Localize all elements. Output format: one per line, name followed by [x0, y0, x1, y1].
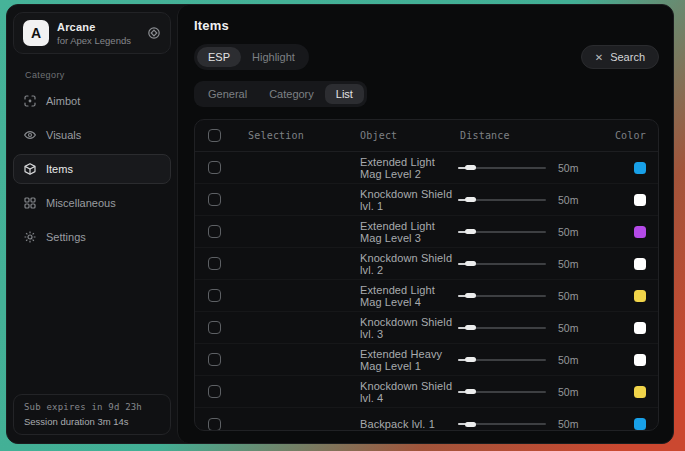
mode-tab-esp[interactable]: ESP — [197, 47, 241, 67]
row-checkbox[interactable] — [208, 161, 221, 174]
color-swatch[interactable] — [634, 418, 646, 430]
brand-card: A Arcane for Apex Legends — [13, 12, 171, 54]
table-row: Extended Light Mag Level 3 50m — [195, 216, 658, 248]
column-header-object: Object — [360, 130, 458, 141]
distance-value: 50m — [558, 162, 578, 174]
color-swatch[interactable] — [634, 194, 646, 206]
column-header-color: Color — [615, 130, 646, 141]
slider-thumb[interactable] — [465, 357, 476, 362]
row-checkbox[interactable] — [208, 353, 221, 366]
controls-row: ESPHighlight ✕ Search — [194, 44, 659, 70]
sidebar-item-label: Items — [46, 163, 73, 175]
table-row: Knockdown Shield lvl. 2 50m — [195, 248, 658, 280]
sidebar-spacer — [12, 254, 172, 394]
slider-thumb[interactable] — [465, 325, 476, 330]
slider-thumb[interactable] — [465, 197, 476, 202]
color-swatch[interactable] — [634, 354, 646, 366]
object-name: Knockdown Shield lvl. 1 — [360, 188, 458, 212]
sidebar-item-miscellaneous[interactable]: Miscellaneous — [13, 188, 171, 218]
sidebar-item-label: Settings — [46, 231, 86, 243]
column-header-selection: Selection — [248, 130, 360, 141]
view-tab-group: GeneralCategoryList — [194, 81, 367, 107]
row-checkbox[interactable] — [208, 321, 221, 334]
mode-tab-group: ESPHighlight — [194, 44, 309, 70]
search-button[interactable]: ✕ Search — [581, 45, 659, 69]
sidebar-item-visuals[interactable]: Visuals — [13, 120, 171, 150]
distance-slider[interactable] — [458, 355, 546, 365]
object-name: Extended Heavy Mag Level 1 — [360, 348, 458, 372]
brand-logo: A — [23, 20, 49, 46]
sidebar-nav: Aimbot Visuals Items Miscellaneous Setti… — [12, 84, 172, 254]
package-icon — [23, 162, 37, 176]
color-swatch[interactable] — [634, 162, 646, 174]
sidebar-item-settings[interactable]: Settings — [13, 222, 171, 252]
distance-value: 50m — [558, 226, 578, 238]
items-table: Selection Object Distance Color Extended… — [194, 119, 659, 431]
table-row: Backpack lvl. 1 50m — [195, 408, 658, 431]
eye-icon — [23, 128, 37, 142]
object-name: Knockdown Shield lvl. 4 — [360, 380, 458, 404]
color-swatch[interactable] — [634, 386, 646, 398]
slider-thumb[interactable] — [465, 229, 476, 234]
row-checkbox[interactable] — [208, 289, 221, 302]
slider-thumb[interactable] — [465, 165, 476, 170]
distance-slider[interactable] — [458, 227, 546, 237]
sidebar-item-label: Visuals — [46, 129, 81, 141]
crosshair-icon — [23, 94, 37, 108]
table-row: Extended Light Mag Level 4 50m — [195, 280, 658, 312]
distance-slider[interactable] — [458, 291, 546, 301]
color-swatch[interactable] — [634, 290, 646, 302]
x-icon: ✕ — [595, 52, 603, 63]
object-name: Knockdown Shield lvl. 3 — [360, 316, 458, 340]
mode-tab-highlight[interactable]: Highlight — [241, 47, 306, 67]
distance-value: 50m — [558, 290, 578, 302]
sidebar: A Arcane for Apex Legends Category Aimbo… — [7, 5, 177, 443]
sidebar-section-label: Category — [25, 70, 172, 80]
session-duration-text: Session duration 3m 14s — [24, 416, 160, 427]
subscription-status-card: Sub expires in 9d 23h Session duration 3… — [13, 394, 171, 435]
distance-slider[interactable] — [458, 163, 546, 173]
distance-value: 50m — [558, 194, 578, 206]
row-checkbox[interactable] — [208, 418, 221, 431]
table-row: Knockdown Shield lvl. 4 50m — [195, 376, 658, 408]
color-swatch[interactable] — [634, 226, 646, 238]
distance-value: 50m — [558, 258, 578, 270]
table-header-row: Selection Object Distance Color — [195, 120, 658, 152]
color-swatch[interactable] — [634, 258, 646, 270]
distance-slider[interactable] — [458, 195, 546, 205]
desktop-background: { "sidebar": { "brand": { "initial": "A"… — [0, 0, 685, 451]
select-all-checkbox[interactable] — [208, 129, 221, 142]
search-button-label: Search — [610, 51, 645, 63]
table-row: Extended Heavy Mag Level 1 50m — [195, 344, 658, 376]
distance-value: 50m — [558, 322, 578, 334]
slider-thumb[interactable] — [465, 389, 476, 394]
app-window: A Arcane for Apex Legends Category Aimbo… — [6, 4, 674, 444]
object-name: Extended Light Mag Level 3 — [360, 220, 458, 244]
row-checkbox[interactable] — [208, 385, 221, 398]
distance-slider[interactable] — [458, 419, 546, 429]
color-swatch[interactable] — [634, 322, 646, 334]
object-name: Backpack lvl. 1 — [360, 418, 458, 430]
slider-thumb[interactable] — [465, 261, 476, 266]
tab-list[interactable]: List — [325, 84, 364, 104]
brand-text: Arcane for Apex Legends — [57, 21, 139, 46]
row-checkbox[interactable] — [208, 193, 221, 206]
sidebar-item-aimbot[interactable]: Aimbot — [13, 86, 171, 116]
brand-subtitle: for Apex Legends — [57, 35, 139, 46]
slider-thumb[interactable] — [465, 293, 476, 298]
tab-category[interactable]: Category — [258, 84, 325, 104]
distance-slider[interactable] — [458, 323, 546, 333]
row-checkbox[interactable] — [208, 225, 221, 238]
slider-thumb[interactable] — [465, 422, 476, 427]
sidebar-item-label: Aimbot — [46, 95, 80, 107]
row-checkbox[interactable] — [208, 257, 221, 270]
distance-slider[interactable] — [458, 259, 546, 269]
brand-title: Arcane — [57, 21, 139, 33]
object-name: Extended Light Mag Level 2 — [360, 156, 458, 180]
compass-icon[interactable] — [147, 26, 161, 40]
sidebar-item-items[interactable]: Items — [13, 154, 171, 184]
object-name: Extended Light Mag Level 4 — [360, 284, 458, 308]
tab-general[interactable]: General — [197, 84, 258, 104]
table-row: Knockdown Shield lvl. 1 50m — [195, 184, 658, 216]
distance-slider[interactable] — [458, 387, 546, 397]
